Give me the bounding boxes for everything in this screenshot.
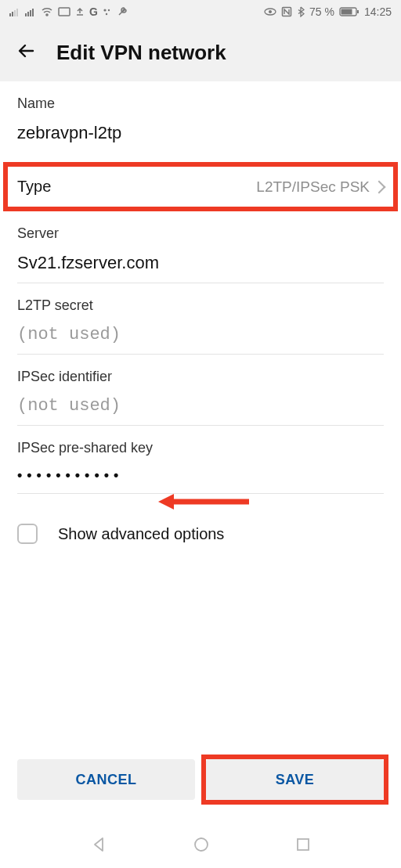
app-bar: Edit VPN network bbox=[0, 23, 401, 81]
svg-rect-6 bbox=[30, 10, 31, 16]
server-field: Server Sv21.fzserver.com bbox=[17, 211, 384, 283]
nav-recent-icon bbox=[294, 836, 312, 853]
ipsec-id-input[interactable]: (not used) bbox=[17, 396, 384, 426]
svg-marker-19 bbox=[158, 494, 174, 510]
type-value: L2TP/IPSec PSK bbox=[256, 178, 384, 196]
eye-icon bbox=[264, 8, 276, 16]
arrow-left-icon bbox=[157, 490, 251, 513]
name-label: Name bbox=[17, 95, 384, 112]
l2tp-secret-label: L2TP secret bbox=[17, 297, 384, 314]
form: Name zebravpn-l2tp Type L2TP/IPSec PSK S… bbox=[0, 81, 401, 544]
status-bar: G 75 % 14:25 bbox=[0, 0, 401, 23]
svg-rect-3 bbox=[16, 9, 18, 16]
nfc-icon bbox=[281, 6, 292, 17]
cast-icon bbox=[58, 7, 70, 16]
svg-rect-2 bbox=[14, 10, 16, 16]
type-row[interactable]: Type L2TP/IPSec PSK bbox=[17, 178, 384, 196]
psk-label: IPSec pre-shared key bbox=[17, 440, 384, 456]
save-highlight: SAVE bbox=[201, 755, 388, 805]
svg-rect-16 bbox=[341, 9, 352, 15]
show-advanced-label: Show advanced options bbox=[58, 525, 224, 543]
chevron-right-icon bbox=[373, 180, 386, 193]
server-input[interactable]: Sv21.fzserver.com bbox=[17, 253, 384, 283]
show-advanced-checkbox[interactable] bbox=[17, 524, 38, 544]
svg-point-13 bbox=[269, 10, 272, 13]
ipsec-id-field: IPSec identifier (not used) bbox=[17, 355, 384, 426]
back-arrow-icon bbox=[16, 40, 38, 62]
name-field: Name zebravpn-l2tp bbox=[17, 81, 384, 153]
svg-point-10 bbox=[108, 9, 110, 11]
svg-rect-4 bbox=[25, 13, 27, 16]
nav-recent-button[interactable] bbox=[294, 836, 312, 853]
button-row: CANCEL SAVE bbox=[17, 759, 384, 800]
svg-point-9 bbox=[103, 9, 106, 11]
google-icon: G bbox=[89, 5, 98, 18]
type-value-text: L2TP/IPSec PSK bbox=[256, 178, 370, 196]
l2tp-secret-field: L2TP secret (not used) bbox=[17, 283, 384, 355]
annotation-arrow bbox=[157, 490, 251, 517]
svg-rect-1 bbox=[12, 12, 13, 16]
wifi-icon bbox=[41, 7, 53, 16]
save-button[interactable]: SAVE bbox=[206, 759, 384, 800]
type-highlight: Type L2TP/IPSec PSK bbox=[3, 162, 398, 211]
l2tp-secret-input[interactable]: (not used) bbox=[17, 325, 384, 355]
status-left: G bbox=[9, 5, 128, 18]
psk-field: IPSec pre-shared key ••••••••••• bbox=[17, 426, 384, 494]
name-input[interactable]: zebravpn-l2tp bbox=[17, 123, 384, 153]
type-label: Type bbox=[17, 178, 51, 196]
battery-pct: 75 % bbox=[309, 5, 334, 18]
signal-2-icon bbox=[25, 7, 36, 16]
nav-home-button[interactable] bbox=[192, 835, 211, 854]
battery-icon bbox=[339, 7, 359, 16]
dots-icon bbox=[103, 7, 112, 16]
bluetooth-icon bbox=[297, 6, 305, 17]
svg-rect-21 bbox=[298, 839, 309, 850]
show-advanced-row[interactable]: Show advanced options bbox=[17, 524, 384, 544]
upload-icon bbox=[75, 7, 85, 16]
clock: 14:25 bbox=[364, 5, 392, 18]
back-button[interactable] bbox=[16, 40, 38, 65]
system-nav-bar bbox=[0, 821, 401, 868]
nav-back-icon bbox=[89, 835, 108, 854]
nav-home-icon bbox=[192, 835, 211, 854]
wrench-icon bbox=[117, 6, 128, 17]
ipsec-id-label: IPSec identifier bbox=[17, 369, 384, 385]
svg-rect-8 bbox=[59, 8, 70, 16]
nav-back-button[interactable] bbox=[89, 835, 108, 854]
svg-rect-17 bbox=[357, 10, 359, 13]
svg-rect-7 bbox=[32, 9, 34, 16]
status-right: 75 % 14:25 bbox=[264, 5, 392, 18]
svg-rect-5 bbox=[27, 12, 29, 16]
signal-1-icon bbox=[9, 7, 20, 16]
svg-point-11 bbox=[106, 13, 107, 15]
svg-point-20 bbox=[195, 838, 208, 851]
cancel-button[interactable]: CANCEL bbox=[17, 759, 195, 800]
page-title: Edit VPN network bbox=[56, 41, 226, 65]
server-label: Server bbox=[17, 225, 384, 242]
svg-rect-0 bbox=[9, 13, 11, 16]
